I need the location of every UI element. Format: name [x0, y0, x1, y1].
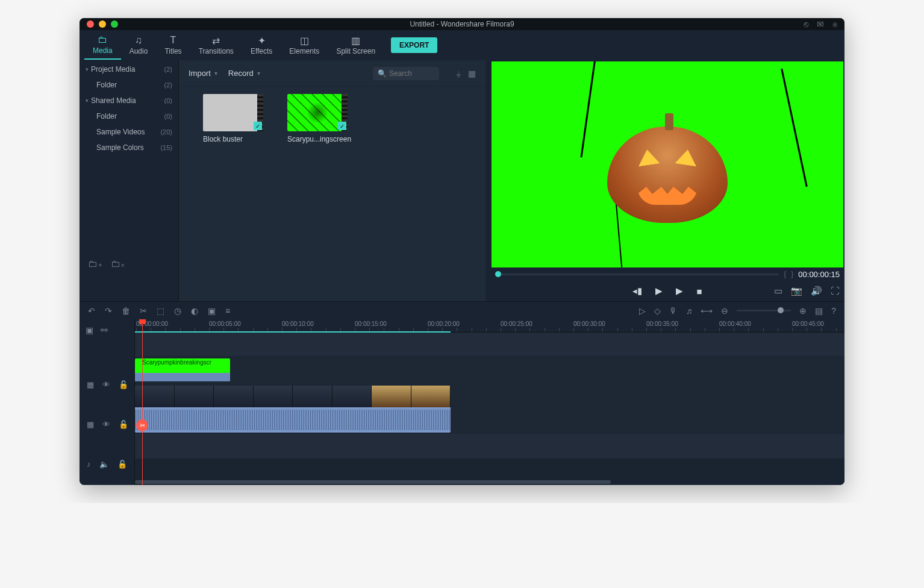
- track-lane-overlay[interactable]: Scarypumpkinbreakingscr: [135, 357, 844, 384]
- marker-icon[interactable]: ◇: [654, 306, 661, 316]
- zoom-out-icon[interactable]: ⊖: [721, 306, 728, 316]
- account-icon[interactable]: ⎋: [804, 19, 808, 29]
- h-scrollbar[interactable]: [135, 480, 844, 484]
- record-dropdown[interactable]: Record▾: [228, 69, 260, 78]
- voiceover-icon[interactable]: 🎙: [669, 306, 678, 316]
- speed-icon[interactable]: ◷: [174, 306, 181, 316]
- search-input[interactable]: [389, 69, 437, 78]
- pumpkin-eye: [636, 148, 660, 167]
- filter-icon[interactable]: ⏚: [456, 69, 461, 78]
- scrollbar-handle[interactable]: [135, 480, 611, 484]
- minimize-icon[interactable]: [99, 20, 106, 28]
- lock-icon[interactable]: 🔓: [119, 420, 128, 429]
- zoom-in-icon[interactable]: ⊕: [799, 306, 807, 316]
- import-dropdown[interactable]: Import▾: [189, 69, 217, 78]
- chevron-down-icon: ▾: [214, 70, 217, 77]
- fit-icon[interactable]: ⟷: [701, 306, 713, 316]
- loop-start-icon[interactable]: {: [784, 270, 786, 278]
- thumbnail-blockbuster: ✓: [203, 94, 263, 131]
- fullscreen-icon[interactable]: ⛶: [831, 286, 840, 296]
- track-lane-audio[interactable]: [135, 434, 844, 459]
- help-icon[interactable]: ?: [831, 306, 836, 316]
- track-head-audio: ♪ 🔈 🔓: [80, 449, 134, 478]
- mixer-icon[interactable]: ♬: [686, 306, 693, 316]
- color-icon[interactable]: ◐: [191, 306, 198, 316]
- eye-icon[interactable]: 👁: [102, 380, 110, 389]
- lock-icon[interactable]: 🔓: [119, 380, 128, 389]
- split-icon[interactable]: ✂: [140, 306, 147, 316]
- sidebar-footer: 🗀₊ 🗀ₓ: [80, 252, 133, 275]
- lock-icon[interactable]: 🔓: [117, 460, 127, 469]
- thumbnail-scarypumpkin: ✓: [287, 94, 348, 131]
- delete-icon[interactable]: 🗑: [122, 306, 130, 316]
- sidebar-shared-media[interactable]: ▾Shared Media(0): [80, 93, 178, 108]
- sidebar-sample-videos[interactable]: Sample Videos(20): [80, 124, 178, 140]
- text-icon: T: [170, 35, 176, 46]
- tab-elements[interactable]: ◫Elements: [281, 31, 328, 59]
- scrub-handle[interactable]: [495, 271, 501, 277]
- close-icon[interactable]: [87, 20, 94, 28]
- folder-icon: 🗀: [98, 34, 107, 45]
- search-box[interactable]: 🔍: [373, 67, 439, 80]
- maximize-icon[interactable]: [111, 20, 118, 28]
- link-icon[interactable]: ⚯: [101, 325, 108, 335]
- clip-overlay[interactable]: Scarypumpkinbreakingscr: [135, 358, 230, 381]
- music-icon: ♫: [135, 35, 142, 46]
- eye-icon[interactable]: 👁: [102, 420, 110, 429]
- sidebar-folder-2[interactable]: Folder(0): [80, 108, 178, 124]
- preview-viewport[interactable]: [492, 61, 843, 267]
- video-icon[interactable]: ▦: [87, 380, 94, 389]
- stop-icon[interactable]: ■: [696, 286, 702, 296]
- export-button[interactable]: EXPORT: [391, 37, 437, 53]
- delete-folder-icon[interactable]: 🗀ₓ: [111, 258, 125, 269]
- scrub-track[interactable]: [495, 274, 779, 275]
- mail-icon[interactable]: ✉: [817, 19, 824, 29]
- adjust-icon[interactable]: ≡: [225, 306, 230, 316]
- linkselect-icon[interactable]: ▣: [86, 325, 93, 335]
- sidebar-sample-colors[interactable]: Sample Colors(15): [80, 140, 178, 155]
- tab-effects[interactable]: ✦Effects: [242, 31, 281, 59]
- tracks-area[interactable]: 00:00:00:0000:00:05:0000:00:10:0000:00:1…: [135, 319, 844, 485]
- tab-transitions[interactable]: ⇄Transitions: [190, 31, 242, 59]
- volume-icon[interactable]: 🔊: [811, 286, 822, 296]
- tab-media[interactable]: 🗀Media: [84, 31, 121, 60]
- track-head-spacer: [80, 341, 134, 370]
- timeline-toolbar-right: ▷ ◇ 🎙 ♬ ⟷ ⊖ ⊕ ▤ ?: [639, 306, 836, 316]
- greenscreen-icon[interactable]: ▣: [208, 306, 216, 316]
- video-icon[interactable]: ▦: [87, 420, 94, 429]
- zoom-slider[interactable]: [737, 310, 791, 311]
- snapshot-icon[interactable]: 📷: [791, 286, 802, 296]
- prev-frame-icon[interactable]: ◂▮: [632, 286, 642, 296]
- cut-marker-icon[interactable]: ✂: [136, 419, 148, 431]
- track-head-main: ▦ 👁 🔓: [80, 399, 134, 449]
- new-folder-icon[interactable]: 🗀₊: [88, 258, 102, 269]
- redo-icon[interactable]: ↷: [105, 306, 112, 316]
- zoom-handle[interactable]: [778, 307, 784, 313]
- sidebar-project-media[interactable]: ▾Project Media(2): [80, 61, 178, 77]
- track-lane-spacer[interactable]: [135, 333, 844, 357]
- crop-icon[interactable]: ⬚: [157, 306, 164, 316]
- quality-icon[interactable]: ▭: [774, 286, 782, 296]
- tab-titles[interactable]: TTitles: [156, 31, 190, 59]
- clip-audio-wave: [135, 407, 451, 433]
- play-icon[interactable]: ▶: [655, 286, 663, 296]
- mute-icon[interactable]: 🔈: [99, 460, 109, 469]
- loop-end-icon[interactable]: }: [791, 270, 793, 278]
- sidebar-folder-1[interactable]: Folder(2): [80, 77, 178, 93]
- next-frame-icon[interactable]: ▶: [676, 286, 683, 296]
- clip-main[interactable]: [135, 386, 451, 433]
- media-toolbar-right: ⏚ ▦: [456, 69, 476, 78]
- grid-view-icon[interactable]: ▦: [468, 69, 476, 78]
- undo-icon[interactable]: ↶: [88, 306, 95, 316]
- notify-icon[interactable]: ⍟: [832, 19, 837, 29]
- manage-tracks-icon[interactable]: ▤: [815, 306, 823, 316]
- playhead[interactable]: [142, 319, 143, 485]
- media-item-blockbuster[interactable]: ✓ Block buster: [203, 94, 263, 143]
- music-icon[interactable]: ♪: [87, 460, 91, 469]
- time-ruler[interactable]: 00:00:00:0000:00:05:0000:00:10:0000:00:1…: [135, 319, 844, 333]
- tab-splitscreen[interactable]: ▥Split Screen: [328, 31, 384, 59]
- render-icon[interactable]: ▷: [639, 306, 646, 316]
- media-item-scarypumpkin[interactable]: ✓ Scarypu...ingscreen: [287, 94, 348, 143]
- tab-audio[interactable]: ♫Audio: [121, 31, 157, 59]
- track-lane-main[interactable]: ✂: [135, 384, 844, 434]
